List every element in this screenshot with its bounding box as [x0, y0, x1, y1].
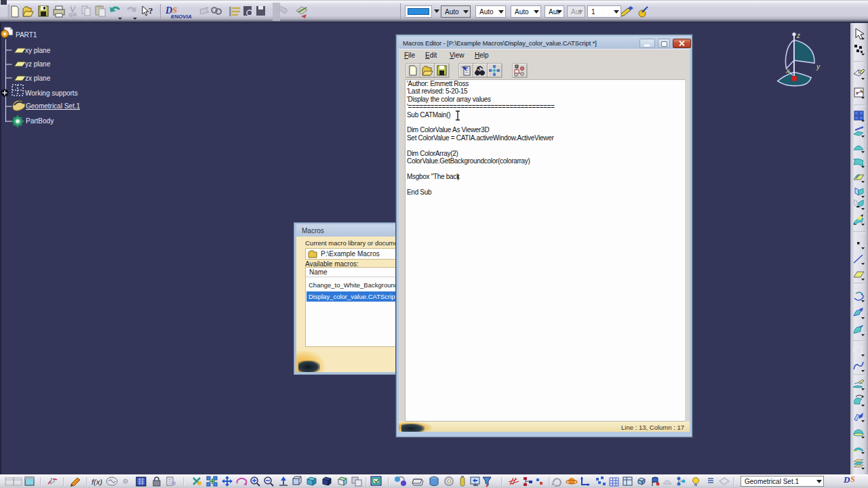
- svg-text:ENOVIA: ENOVIA: [171, 14, 192, 20]
- svg-text:f(x): f(x): [92, 478, 102, 486]
- svg-text:D: D: [843, 474, 850, 485]
- svg-text:x: x: [785, 67, 790, 75]
- svg-text:z: z: [796, 32, 800, 39]
- svg-text:S: S: [850, 474, 855, 484]
- svg-text:y: y: [816, 63, 821, 70]
- svg-text:?: ?: [149, 5, 153, 16]
